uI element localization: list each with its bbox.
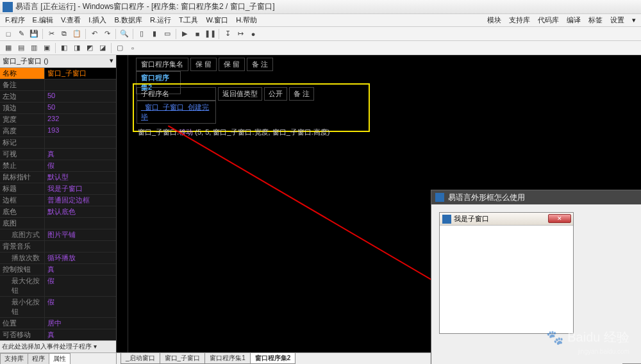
menu-edit[interactable]: E.编辑: [29, 15, 57, 25]
property-row[interactable]: 宽度232: [0, 114, 116, 126]
tb-redo-icon[interactable]: ↷: [101, 28, 113, 40]
menu-tools[interactable]: T.工具: [175, 15, 203, 25]
tb2-c-icon[interactable]: ▥: [28, 42, 40, 54]
left-tab-properties[interactable]: 属性: [49, 353, 71, 364]
tb2-e-icon[interactable]: ◧: [58, 42, 70, 54]
property-row[interactable]: 最大化按钮假: [0, 276, 116, 297]
child-window[interactable]: 我是子窗口 ✕: [439, 212, 574, 334]
property-footer[interactable]: 在此处选择加入事件处理子程序 ▾: [0, 340, 116, 352]
property-value[interactable]: 193: [45, 126, 116, 136]
property-row[interactable]: 播放次数循环播放: [0, 252, 116, 264]
code-line[interactable]: 窗口_子窗口.移动 (5, 5, 窗口_子窗口.宽度, 窗口_子窗口.高度): [137, 128, 366, 137]
property-value[interactable]: 我是子窗口: [45, 183, 116, 194]
property-value[interactable]: 50: [45, 103, 116, 113]
child-titlebar[interactable]: 我是子窗口 ✕: [440, 213, 573, 226]
menu-dropdown-icon[interactable]: ▾: [628, 16, 640, 24]
property-panel-title[interactable]: 窗口_子窗口 () ▾: [0, 55, 116, 68]
menu-compile[interactable]: 编译: [563, 15, 585, 25]
tb2-j-icon[interactable]: ▫: [127, 42, 138, 54]
property-value[interactable]: 50: [45, 91, 116, 102]
property-row[interactable]: 高度193: [0, 126, 116, 137]
property-row[interactable]: 鼠标指针默认型: [0, 172, 116, 183]
property-row[interactable]: 边框普通固定边框: [0, 195, 116, 206]
property-value[interactable]: [45, 137, 116, 148]
menu-window[interactable]: W.窗口: [202, 15, 232, 25]
property-value[interactable]: [45, 218, 116, 229]
tb2-d-icon[interactable]: ▣: [41, 42, 53, 54]
tb-align2-icon[interactable]: ▮: [149, 28, 160, 40]
property-row[interactable]: 名称窗口_子窗口: [0, 68, 116, 79]
menu-settings[interactable]: 设置: [606, 15, 628, 25]
property-row[interactable]: 禁止假: [0, 160, 116, 172]
property-value[interactable]: [45, 241, 116, 252]
tb-break-icon[interactable]: ●: [247, 28, 259, 40]
property-row[interactable]: 位置居中: [0, 318, 116, 329]
property-row[interactable]: 可否移动真: [0, 329, 116, 340]
tb-copy-icon[interactable]: ⧉: [58, 28, 70, 40]
property-value[interactable]: 假: [45, 276, 116, 296]
tb2-b-icon[interactable]: ▤: [15, 42, 27, 54]
tb2-a-icon[interactable]: ▦: [3, 42, 14, 54]
menu-tags[interactable]: 标签: [585, 15, 606, 25]
property-row[interactable]: 可视真: [0, 149, 116, 160]
menu-insert[interactable]: I.插入: [85, 15, 110, 25]
dropdown-icon[interactable]: ▾: [110, 56, 113, 66]
menu-support[interactable]: 支持库: [505, 15, 534, 25]
property-value[interactable]: 默认型: [45, 172, 116, 183]
property-value[interactable]: 真: [45, 264, 116, 275]
tb-align1-icon[interactable]: ▯: [136, 28, 147, 40]
property-value[interactable]: 居中: [45, 318, 116, 329]
property-row[interactable]: 底图: [0, 218, 116, 229]
menu-run[interactable]: R.运行: [146, 15, 175, 25]
property-value[interactable]: 默认底色: [45, 206, 116, 217]
property-row[interactable]: 左边50: [0, 91, 116, 103]
child-close-button[interactable]: ✕: [548, 214, 571, 223]
subroutine-name[interactable]: _窗口_子窗口_创建完毕: [137, 101, 216, 124]
tb-paste-icon[interactable]: 📋: [71, 28, 83, 40]
menu-program[interactable]: F.程序: [1, 15, 29, 25]
tb-save-icon[interactable]: 💾: [28, 28, 40, 40]
property-value[interactable]: 假: [45, 297, 116, 317]
property-row[interactable]: 底图方式图片平铺: [0, 229, 116, 241]
property-value[interactable]: 真: [45, 149, 116, 160]
editor-tab-0[interactable]: _启动窗口: [121, 353, 160, 364]
tb2-f-icon[interactable]: ◨: [71, 42, 83, 54]
tb2-g-icon[interactable]: ◩: [84, 42, 96, 54]
tb-cut-icon[interactable]: ✂: [46, 28, 57, 40]
left-tab-program[interactable]: 程序: [28, 353, 49, 364]
property-value[interactable]: 假: [45, 160, 116, 171]
left-tab-support[interactable]: 支持库: [0, 353, 28, 364]
property-row[interactable]: 备注: [0, 79, 116, 91]
tb-align3-icon[interactable]: ▭: [162, 28, 173, 40]
tb-run-icon[interactable]: ▶: [179, 28, 190, 40]
property-value[interactable]: 232: [45, 114, 116, 125]
preview-titlebar[interactable]: 易语言外形框怎么使用 ✕: [431, 190, 641, 204]
tb-step-icon[interactable]: ↧: [222, 28, 233, 40]
tb-undo-icon[interactable]: ↶: [88, 28, 100, 40]
tb-new-icon[interactable]: □: [3, 28, 14, 40]
editor-tab-1[interactable]: 窗口_子窗口: [160, 353, 206, 364]
editor-tab-3[interactable]: 窗口程序集2: [250, 353, 296, 364]
property-row[interactable]: 顶边50: [0, 103, 116, 114]
property-value[interactable]: [45, 79, 116, 90]
tb2-i-icon[interactable]: ▢: [114, 42, 126, 54]
property-value[interactable]: 循环播放: [45, 252, 116, 263]
menu-view[interactable]: V.查看: [57, 15, 85, 25]
property-row[interactable]: 背景音乐: [0, 241, 116, 252]
property-row[interactable]: 最小化按钮假: [0, 297, 116, 318]
menu-codelib[interactable]: 代码库: [534, 15, 563, 25]
tb-stepover-icon[interactable]: ↦: [235, 28, 246, 40]
editor-tab-2[interactable]: 窗口程序集1: [204, 353, 251, 364]
property-value[interactable]: 图片平铺: [45, 229, 116, 240]
property-row[interactable]: 底色默认底色: [0, 206, 116, 218]
property-row[interactable]: 标题我是子窗口: [0, 183, 116, 195]
property-row[interactable]: 控制按钮真: [0, 264, 116, 276]
menu-module[interactable]: 模块: [483, 15, 505, 25]
tb-stop-icon[interactable]: ■: [192, 28, 203, 40]
property-value[interactable]: 窗口_子窗口: [45, 68, 116, 79]
tb2-h-icon[interactable]: ◪: [97, 42, 108, 54]
property-value[interactable]: 普通固定边框: [45, 195, 116, 206]
tb-find-icon[interactable]: 🔍: [119, 28, 130, 40]
menu-help[interactable]: H.帮助: [232, 15, 261, 25]
tb-pause-icon[interactable]: ❚❚: [204, 28, 216, 40]
